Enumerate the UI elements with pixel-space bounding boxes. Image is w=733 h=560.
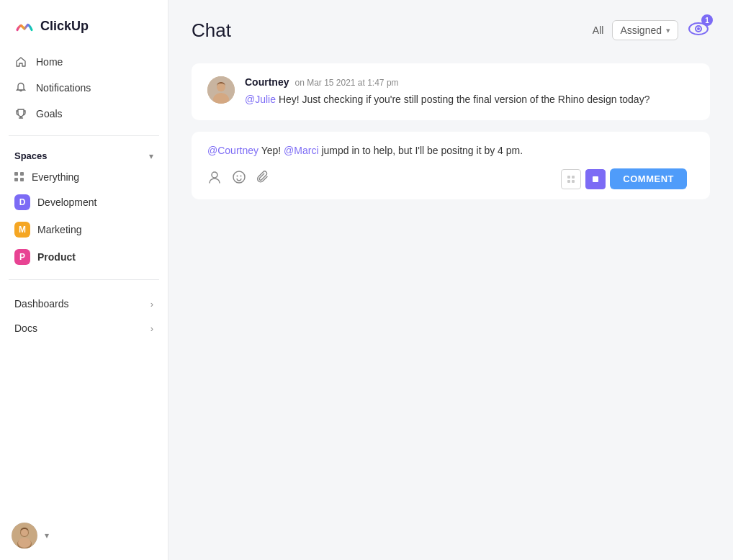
sidebar-divider-2 (9, 279, 159, 280)
space-badge-development: D (14, 194, 30, 210)
spaces-header[interactable]: Spaces ▾ (0, 145, 168, 166)
space-badge-marketing: M (14, 222, 30, 238)
chat-reply: @Courtney Yep! @Marci jumpd in to help, … (192, 132, 710, 199)
sidebar-item-goals[interactable]: Goals (6, 101, 162, 127)
dashboards-label: Dashboards (14, 298, 69, 310)
space-item-product[interactable]: P Product (6, 243, 162, 271)
chat-title: Chat (192, 19, 575, 42)
filter-assigned-dropdown[interactable]: Assigned ▾ (612, 20, 678, 40)
reply-mention1: @Courtney (207, 145, 258, 156)
courtney-avatar (207, 76, 235, 104)
sidebar-item-goals-label: Goals (36, 108, 63, 119)
message-1-mention: @Julie (245, 94, 276, 105)
user-menu-chevron-icon: ▾ (45, 530, 49, 541)
space-badge-product: P (14, 249, 30, 265)
person-icon[interactable] (207, 170, 222, 188)
chat-header-filters: All Assigned ▾ 1 (593, 17, 710, 43)
dashboards-chevron-icon: › (150, 299, 153, 310)
format-btn-2[interactable] (585, 169, 606, 189)
message-1-header: Courtney on Mar 15 2021 at 1:47 pm (245, 76, 649, 88)
svg-rect-15 (567, 176, 570, 179)
assigned-chevron-icon: ▾ (666, 26, 670, 35)
svg-point-3 (21, 529, 28, 536)
chat-header: Chat All Assigned ▾ 1 (168, 0, 733, 55)
grid-icon (14, 172, 24, 182)
chat-area-spacer (192, 211, 710, 217)
message-1-text: @Julie Hey! Just checking if you're stil… (245, 92, 649, 107)
reply-text: @Courtney Yep! @Marci jumpd in to help, … (207, 143, 694, 158)
sidebar-item-dashboards[interactable]: Dashboards › (6, 292, 162, 316)
filter-assigned-label: Assigned (620, 24, 662, 36)
svg-rect-16 (572, 176, 575, 179)
space-item-development[interactable]: D Development (6, 189, 162, 216)
chat-area: Courtney on Mar 15 2021 at 1:47 pm @Juli… (168, 55, 733, 560)
space-marketing-label: Marketing (37, 224, 81, 235)
svg-point-13 (237, 176, 238, 177)
docs-label: Docs (14, 322, 37, 334)
chevron-down-icon: ▾ (149, 151, 153, 161)
eye-badge-wrapper[interactable]: 1 (687, 17, 710, 43)
docs-chevron-icon: › (150, 323, 153, 334)
message-1-content: Courtney on Mar 15 2021 at 1:47 pm @Juli… (245, 76, 649, 107)
sidebar-item-home[interactable]: Home (6, 49, 162, 75)
svg-point-7 (697, 27, 700, 30)
svg-rect-17 (567, 180, 570, 183)
emoji-icon[interactable] (232, 170, 246, 188)
filter-all[interactable]: All (593, 24, 604, 36)
user-avatar (12, 523, 37, 548)
space-item-marketing[interactable]: M Marketing (6, 216, 162, 243)
svg-point-4 (18, 538, 31, 548)
sidebar-divider-1 (9, 135, 159, 136)
reply-mention2: @Marci (284, 145, 318, 156)
space-development-label: Development (37, 197, 97, 208)
home-icon (14, 55, 27, 68)
format-btn-1[interactable] (561, 169, 581, 189)
eye-badge-count: 1 (701, 14, 713, 26)
logo-text: ClickUp (40, 19, 89, 34)
spaces-list: Everything D Development M Marketing P P… (0, 166, 168, 271)
clickup-logo-icon (14, 16, 35, 36)
space-item-everything[interactable]: Everything (6, 166, 162, 189)
sidebar-sections: Dashboards › Docs › (0, 292, 168, 340)
courtney-avatar-img (207, 76, 235, 104)
user-avatar-img (12, 523, 37, 548)
sidebar-item-docs[interactable]: Docs › (6, 316, 162, 340)
reply-text2: jumpd in to help, but I'll be positng it… (319, 145, 523, 156)
attachment-icon[interactable] (256, 170, 271, 188)
main-area: Chat All Assigned ▾ 1 (168, 0, 733, 560)
svg-point-11 (212, 172, 217, 178)
svg-rect-18 (572, 180, 575, 183)
sidebar-nav: Home Notifications Goals (0, 49, 168, 127)
reply-toolbar-right: COMMENT (561, 168, 694, 189)
message-1-timestamp: on Mar 15 2021 at 1:47 pm (294, 78, 398, 88)
space-product-label: Product (37, 251, 76, 263)
trophy-icon (14, 107, 27, 120)
reply-text1: Yep! (258, 145, 284, 156)
logo-area[interactable]: ClickUp (0, 0, 168, 49)
svg-point-14 (240, 176, 242, 177)
comment-button[interactable]: COMMENT (610, 168, 687, 189)
message-1-body: Hey! Just checking if you're still posti… (276, 94, 649, 105)
sidebar-item-home-label: Home (36, 56, 63, 68)
sidebar-footer[interactable]: ▾ (0, 511, 168, 560)
space-everything-label: Everything (32, 171, 79, 183)
reply-toolbar-left (207, 170, 271, 188)
message-1-author: Courtney (245, 76, 289, 88)
sidebar-item-notifications[interactable]: Notifications (6, 75, 162, 101)
spaces-label: Spaces (14, 150, 48, 161)
bell-icon (14, 81, 27, 94)
chat-message-1: Courtney on Mar 15 2021 at 1:47 pm @Juli… (192, 63, 710, 120)
sidebar: ClickUp Home Notifications (0, 0, 168, 560)
reply-toolbar: COMMENT (207, 168, 694, 189)
sidebar-item-notifications-label: Notifications (36, 82, 91, 94)
